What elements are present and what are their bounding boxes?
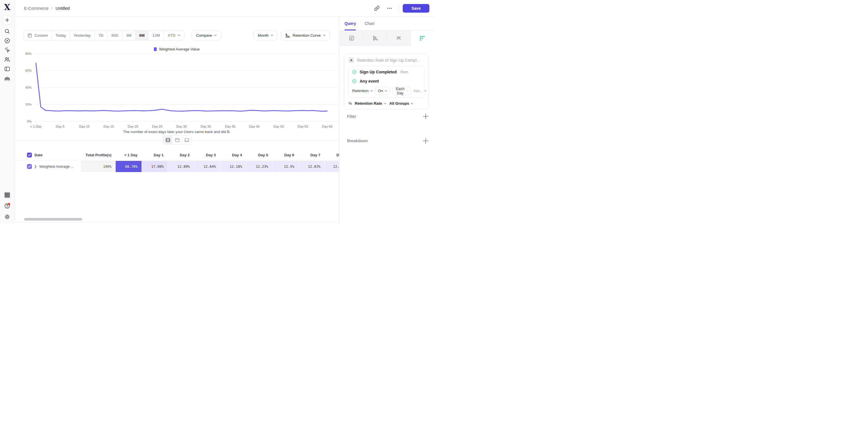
legend-label: Weighted Average Value xyxy=(159,47,200,51)
interval-dropdown[interactable]: Each Day xyxy=(392,87,411,95)
step-first-event[interactable]: Sign Up Completed then xyxy=(352,67,421,77)
chart-view-dropdown[interactable]: Retention Curve xyxy=(281,30,330,40)
range-12m[interactable]: 12M xyxy=(148,30,164,40)
column-day3[interactable]: Day 3 xyxy=(194,150,220,160)
ellipsis-icon xyxy=(386,5,392,11)
cell-day5: 12.23% xyxy=(246,161,272,172)
breadcrumb-report-title[interactable]: Untitled xyxy=(55,6,69,11)
mixpanel-logo-icon[interactable]: X xyxy=(3,3,11,11)
type-funnels-button[interactable] xyxy=(363,30,387,46)
groups-dropdown[interactable]: All Groups xyxy=(389,101,413,106)
more-options-button[interactable] xyxy=(385,4,394,12)
sidebar-item-users[interactable] xyxy=(0,56,14,63)
column-total-profiles[interactable]: Total Profile(s) xyxy=(81,150,115,160)
svg-text:Day 15: Day 15 xyxy=(104,125,114,128)
svg-text:0%: 0% xyxy=(27,119,32,123)
range-custom[interactable]: Custom xyxy=(24,30,52,40)
percent-symbol: % xyxy=(348,101,352,106)
svg-text:< 1 Day: < 1 Day xyxy=(30,125,42,128)
column-date[interactable]: Date xyxy=(34,153,42,157)
breadcrumb-separator: / xyxy=(51,6,53,11)
layout-split-button[interactable] xyxy=(163,136,173,144)
layout-chart-button[interactable] xyxy=(173,136,182,144)
plus-icon xyxy=(423,138,429,144)
query-title[interactable]: Retention Rate of Sign Up Compl... xyxy=(357,58,420,63)
metric-label: Retention Rate xyxy=(355,101,382,106)
query-title-row: A Retention Rate of Sign Up Compl... xyxy=(348,57,425,63)
svg-text:Day 55: Day 55 xyxy=(298,125,308,128)
range-xtd[interactable]: XTD xyxy=(164,30,184,40)
check-icon xyxy=(28,154,31,156)
type-flows-button[interactable] xyxy=(387,30,411,46)
sidebar-item-events[interactable] xyxy=(0,46,14,54)
range-6m-selected[interactable]: 6M xyxy=(135,30,148,40)
compare-button[interactable]: Compare xyxy=(192,30,221,40)
chart-legend: Weighted Average Value xyxy=(14,47,339,51)
retention-line-chart[interactable]: 0%20%40%60%80%< 1 DayDay 5Day 10Day 15Da… xyxy=(14,52,340,130)
topbar: E-Commerce / Untitled Save xyxy=(14,0,434,16)
step-return-event[interactable]: Any event xyxy=(352,77,421,86)
cell-day8-clipped: 12. xyxy=(324,161,340,172)
report-type-tabs xyxy=(340,30,434,46)
type-retention-button[interactable] xyxy=(411,30,434,46)
column-day7[interactable]: Day 7 xyxy=(298,150,324,160)
toolbar-left: Custom Today Yesterday 7D 30D 3M 6M 12M … xyxy=(23,30,221,40)
column-day1[interactable]: Day 1 xyxy=(142,150,167,160)
layout-top-icon xyxy=(175,138,180,142)
breakdown-section: Breakdown xyxy=(347,137,429,144)
expand-chevron-icon[interactable] xyxy=(34,165,37,168)
copy-link-button[interactable] xyxy=(373,4,381,12)
retention-curve-icon xyxy=(285,33,290,38)
chevron-down-icon xyxy=(384,90,387,92)
range-7d[interactable]: 7D xyxy=(94,30,107,40)
cell-day2: 12.89% xyxy=(167,161,194,172)
chevron-down-icon xyxy=(178,34,180,36)
column-day8-clipped[interactable]: D xyxy=(324,150,340,160)
column-day5[interactable]: Day 5 xyxy=(246,150,272,160)
breadcrumb-project[interactable]: E-Commerce xyxy=(24,6,49,11)
layout-table-button[interactable] xyxy=(182,136,191,144)
save-button[interactable]: Save xyxy=(403,4,429,12)
granularity-dropdown[interactable]: Month xyxy=(253,30,278,40)
range-today[interactable]: Today xyxy=(52,30,70,40)
column-day6[interactable]: Day 6 xyxy=(272,150,298,160)
sidebar-item-settings[interactable] xyxy=(0,213,14,220)
range-30d[interactable]: 30D xyxy=(107,30,122,40)
select-all-checkbox[interactable] xyxy=(27,152,32,158)
row-checkbox[interactable] xyxy=(27,164,32,169)
range-3m[interactable]: 3M xyxy=(122,30,135,40)
column-day4[interactable]: Day 4 xyxy=(220,150,246,160)
sidebar-item-cohorts[interactable] xyxy=(0,75,14,82)
cell-total: 100% xyxy=(81,161,115,172)
sidebar-item-help[interactable] xyxy=(0,202,14,210)
chevron-down-icon xyxy=(271,34,273,36)
horizontal-scrollbar-thumb[interactable] xyxy=(24,218,82,220)
add-breakdown-button[interactable] xyxy=(423,138,429,144)
retention-type-dropdown[interactable]: Retention xyxy=(352,89,373,93)
sidebar-item-search[interactable] xyxy=(0,28,14,35)
sidebar-item-discover[interactable] xyxy=(0,37,14,44)
table-row[interactable]: Weighted Average ... 100% 68.76% 17.08% … xyxy=(14,161,340,172)
type-insights-button[interactable] xyxy=(340,30,363,46)
sidebar-item-boards[interactable] xyxy=(0,65,14,73)
sidebar-item-apps[interactable] xyxy=(0,191,14,199)
groups-label: All Groups xyxy=(389,101,409,106)
add-filter-button[interactable] xyxy=(423,113,429,119)
svg-text:20%: 20% xyxy=(25,103,32,106)
tab-query[interactable]: Query xyxy=(344,16,356,30)
on-dropdown[interactable]: On xyxy=(375,87,390,95)
query-panel: Query Chart A Retention Rate of Sign Up … xyxy=(340,16,434,224)
metric-dropdown[interactable]: Retention Rate xyxy=(355,101,386,106)
event-hexagon-icon xyxy=(352,70,356,74)
range-yesterday[interactable]: Yesterday xyxy=(70,30,95,40)
tab-chart[interactable]: Chart xyxy=(365,16,374,30)
column-lt1day[interactable]: < 1 Day xyxy=(115,150,142,160)
column-day2[interactable]: Day 2 xyxy=(167,150,194,160)
board-icon xyxy=(4,66,10,72)
svg-text:40%: 40% xyxy=(25,86,32,89)
create-button[interactable] xyxy=(3,15,12,25)
search-icon xyxy=(4,28,10,34)
advanced-dropdown[interactable]: Adv... xyxy=(413,89,427,93)
calendar-icon xyxy=(27,33,32,38)
filter-section: Filter xyxy=(347,113,429,120)
